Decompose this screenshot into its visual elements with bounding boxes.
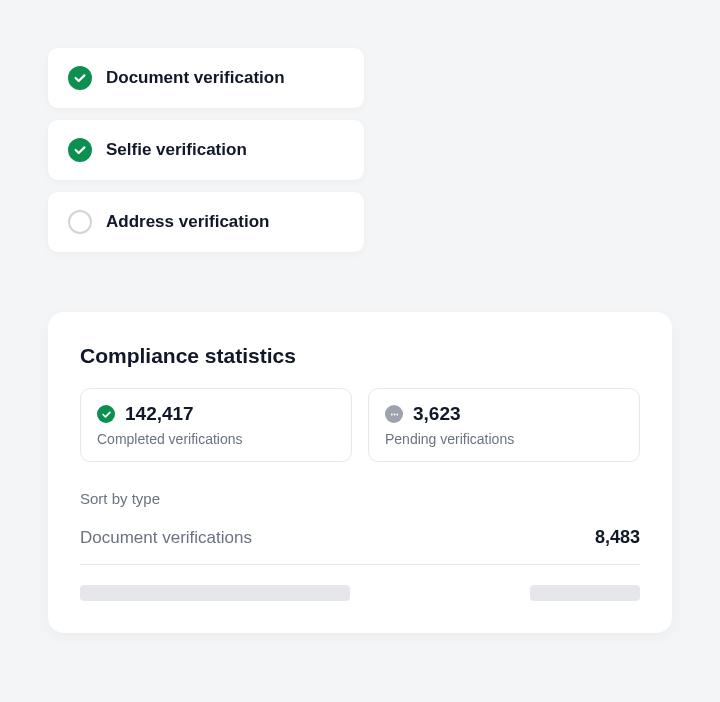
pending-label: Pending verifications (385, 431, 623, 447)
completed-label: Completed verifications (97, 431, 335, 447)
stats-cards-row: 142,417 Completed verifications 3,623 Pe… (80, 388, 640, 462)
step-label: Selfie verification (106, 140, 247, 160)
completed-count: 142,417 (125, 403, 194, 425)
step-address-verification[interactable]: Address verification (48, 192, 364, 252)
verification-steps-list: Document verification Selfie verificatio… (48, 48, 672, 252)
skeleton-placeholder (530, 585, 640, 601)
skeleton-row (80, 585, 640, 601)
check-icon (68, 138, 92, 162)
svg-point-2 (396, 413, 398, 415)
unchecked-circle-icon (68, 210, 92, 234)
stats-title: Compliance statistics (80, 344, 640, 368)
compliance-statistics-panel: Compliance statistics 142,417 Completed … (48, 312, 672, 633)
type-row-document[interactable]: Document verifications 8,483 (80, 527, 640, 565)
check-icon (68, 66, 92, 90)
skeleton-placeholder (80, 585, 350, 601)
pending-icon (385, 405, 403, 423)
pending-verifications-card[interactable]: 3,623 Pending verifications (368, 388, 640, 462)
step-label: Address verification (106, 212, 269, 232)
svg-point-0 (390, 413, 392, 415)
sort-by-type-label[interactable]: Sort by type (80, 490, 640, 507)
type-name: Document verifications (80, 528, 252, 548)
pending-count: 3,623 (413, 403, 461, 425)
step-label: Document verification (106, 68, 285, 88)
completed-verifications-card[interactable]: 142,417 Completed verifications (80, 388, 352, 462)
check-icon (97, 405, 115, 423)
step-document-verification[interactable]: Document verification (48, 48, 364, 108)
type-count: 8,483 (595, 527, 640, 548)
svg-point-1 (393, 413, 395, 415)
step-selfie-verification[interactable]: Selfie verification (48, 120, 364, 180)
